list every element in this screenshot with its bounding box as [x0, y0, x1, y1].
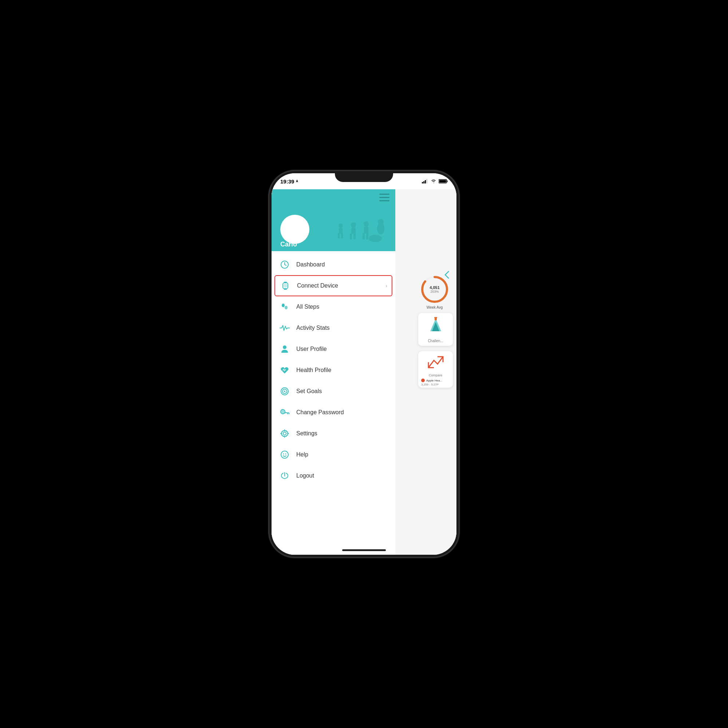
steps-circle-area: 4,051 203% Week Avg	[420, 275, 449, 309]
activity-figures	[319, 215, 392, 251]
hamburger-button[interactable]	[379, 194, 390, 203]
connect-device-icon	[281, 281, 289, 291]
home-indicator	[342, 549, 386, 551]
goals-icon	[280, 387, 289, 396]
app-screen: 4,051 203% Week Avg	[272, 189, 456, 555]
activity-icon	[280, 325, 290, 331]
compare-arrows-icon	[421, 355, 450, 372]
challenge-icon	[428, 317, 443, 337]
settings-label: Settings	[296, 430, 388, 437]
compare-card[interactable]: Compare Apple Hea... 3,259 - 5:27P	[418, 351, 453, 388]
avatar	[280, 215, 309, 244]
svg-rect-4	[426, 179, 427, 184]
svg-rect-16	[379, 200, 390, 201]
svg-rect-21	[364, 226, 369, 234]
svg-point-47	[283, 432, 286, 435]
logout-icon	[280, 471, 289, 480]
compare-range: 3,259 - 5:27P	[421, 383, 450, 386]
set-goals-label: Set Goals	[296, 388, 388, 395]
help-svg	[280, 450, 289, 459]
svg-point-48	[281, 451, 288, 458]
svg-rect-35	[284, 288, 287, 290]
svg-point-28	[338, 223, 343, 228]
menu-item-health-profile[interactable]: Health Profile	[272, 359, 395, 381]
svg-point-20	[364, 221, 369, 226]
svg-rect-7	[439, 180, 446, 183]
menu-item-all-steps[interactable]: All Steps	[272, 296, 395, 317]
svg-rect-36	[284, 284, 287, 288]
svg-rect-29	[339, 228, 343, 234]
activity-stats-label: Activity Stats	[296, 325, 388, 331]
location-icon	[295, 179, 299, 183]
menu-item-dashboard[interactable]: Dashboard	[272, 254, 395, 275]
phone-frame: 19:39	[269, 171, 459, 557]
svg-point-24	[351, 222, 356, 228]
key-icon	[279, 407, 291, 418]
user-icon	[281, 345, 289, 353]
power-icon	[279, 470, 291, 482]
status-time: 19:39	[280, 178, 299, 185]
svg-rect-23	[366, 233, 369, 240]
compare-label: Compare	[421, 373, 450, 377]
gear-icon	[279, 428, 291, 439]
svg-marker-0	[296, 179, 298, 182]
svg-point-38	[284, 306, 288, 309]
menu-item-logout[interactable]: Logout	[272, 465, 395, 486]
help-icon	[279, 449, 291, 460]
menu-item-user-profile[interactable]: User Profile	[272, 338, 395, 359]
svg-point-37	[282, 304, 284, 307]
signal-icon	[422, 179, 428, 184]
steps-icon	[279, 301, 291, 313]
user-profile-label: User Profile	[296, 346, 388, 352]
change-password-label: Change Password	[296, 409, 388, 416]
svg-rect-22	[362, 233, 365, 240]
mountain-icon	[428, 317, 443, 335]
steps-text: 4,051 203%	[430, 285, 440, 294]
hamburger-icon	[379, 194, 390, 202]
battery-icon	[439, 179, 448, 184]
all-steps-label: All Steps	[296, 304, 388, 310]
dashboard-icon	[280, 260, 289, 269]
svg-point-39	[283, 346, 286, 349]
svg-rect-31	[341, 233, 343, 239]
menu-item-activity-stats[interactable]: Activity Stats	[272, 317, 395, 338]
connect-device-arrow: ›	[385, 283, 387, 289]
steps-percent: 203%	[430, 290, 440, 294]
steps-svg	[280, 303, 289, 311]
svg-rect-30	[338, 233, 340, 239]
menu-item-settings[interactable]: Settings	[272, 423, 395, 444]
svg-point-49	[283, 454, 284, 455]
connect-device-label: Connect Device	[297, 283, 385, 289]
menu-item-set-goals[interactable]: Set Goals	[272, 381, 395, 402]
menu-item-connect-device[interactable]: Connect Device ›	[274, 275, 392, 296]
svg-rect-2	[423, 181, 424, 184]
steps-circle: 4,051 203%	[420, 275, 449, 304]
wifi-icon	[431, 179, 436, 184]
svg-rect-14	[379, 194, 390, 195]
menu-list: Dashboard Connect Device	[272, 251, 395, 555]
heart-dot	[421, 379, 425, 382]
svg-rect-15	[379, 197, 390, 198]
challenge-label: Challen...	[428, 339, 443, 343]
person-icon	[279, 343, 291, 355]
svg-rect-26	[350, 233, 352, 240]
navigation-drawer: Carlo Dashboard	[272, 189, 395, 555]
steps-number: 4,051	[430, 285, 440, 290]
svg-rect-3	[425, 180, 426, 184]
svg-point-50	[285, 454, 286, 455]
svg-point-18	[377, 223, 384, 234]
svg-rect-6	[447, 180, 448, 182]
week-avg-label: Week Avg	[427, 305, 443, 309]
svg-point-42	[284, 391, 285, 392]
time-display: 19:39	[280, 178, 294, 185]
profile-name: Carlo	[280, 241, 297, 251]
arrows-icon	[427, 355, 445, 369]
logout-label: Logout	[296, 473, 388, 479]
menu-item-help[interactable]: Help	[272, 444, 395, 465]
phone-screen: 19:39	[272, 173, 456, 555]
profile-header: Carlo	[272, 189, 395, 251]
clock-icon	[279, 259, 291, 271]
dashboard-label: Dashboard	[296, 262, 388, 268]
menu-item-change-password[interactable]: Change Password	[272, 402, 395, 423]
challenge-card[interactable]: Challen...	[418, 313, 453, 346]
